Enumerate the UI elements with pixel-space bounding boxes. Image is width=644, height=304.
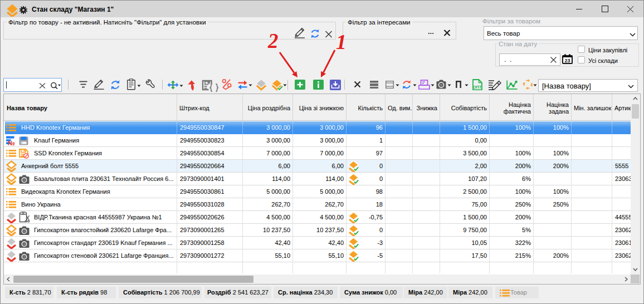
svg-text:2: 2: [267, 30, 279, 52]
svg-text:ОПТ: ОПТ: [473, 85, 482, 90]
svg-text:1: 1: [336, 30, 347, 53]
svg-text:23: 23: [564, 58, 570, 63]
